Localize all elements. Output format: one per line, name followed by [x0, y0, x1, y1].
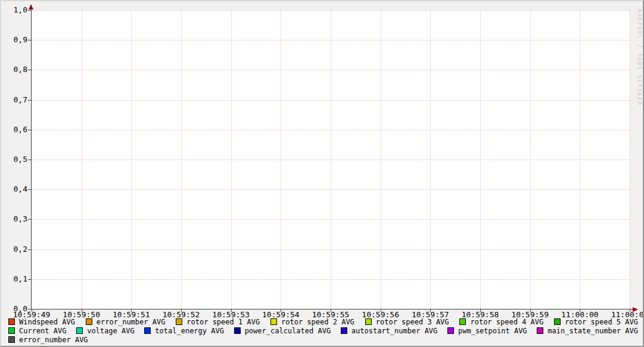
legend-label: error_number AVG [97, 318, 166, 326]
legend-item: Current AVG [8, 327, 66, 335]
legend-row: Current AVGvoltage AVGtotal_energy AVGpo… [8, 326, 638, 335]
grid-line-v [580, 10, 580, 309]
y-tick-label: 1,0 [7, 6, 27, 14]
grid-line-v [331, 10, 331, 309]
legend-label: autostart_number AVG [351, 327, 438, 335]
legend-row: Windspeed AVGerror_number AVGrotor speed… [8, 317, 638, 326]
grid-line-v [480, 10, 481, 309]
legend-item: voltage AVG [76, 327, 134, 335]
grid-line-v [281, 10, 281, 309]
legend-swatch-icon [447, 327, 454, 334]
grid-line-v [630, 10, 630, 309]
legend-swatch-icon [76, 327, 83, 334]
legend-item: autostart_number AVG [341, 327, 438, 335]
legend-label: rotor speed 4 AVG [470, 318, 543, 326]
y-tick-label: 0,8 [7, 65, 27, 74]
legend-item: error_number AVG [8, 336, 88, 344]
y-tick-label: 0,1 [7, 275, 27, 283]
legend-swatch-icon [270, 318, 277, 325]
rrdtool-watermark: RRDTOOL / TOBI OETIKER [636, 9, 642, 106]
legend-swatch-icon [554, 318, 561, 325]
y-tick-label: 0,5 [7, 155, 27, 164]
legend-item: pwm_setpoint AVG [447, 327, 527, 335]
legend-item: power_calculated AVG [234, 327, 331, 335]
legend-item: rotor speed 1 AVG [176, 318, 260, 326]
legend-item: rotor speed 4 AVG [459, 318, 543, 326]
legend-label: error_number AVG [19, 336, 88, 344]
legend-label: main_state_number AVG [547, 327, 638, 335]
legend-label: rotor speed 3 AVG [376, 318, 449, 326]
legend-swatch-icon [176, 318, 182, 325]
legend: Windspeed AVGerror_number AVGrotor speed… [8, 317, 638, 344]
legend-label: rotor speed 2 AVG [281, 318, 354, 326]
legend-item: error_number AVG [86, 318, 166, 326]
legend-label: Windspeed AVG [19, 318, 75, 326]
legend-item: rotor speed 5 AVG [554, 318, 638, 326]
legend-label: voltage AVG [87, 327, 134, 335]
legend-item: main_state_number AVG [537, 327, 638, 335]
grid-line-v [181, 10, 182, 309]
grid-line-v [131, 10, 132, 309]
y-tick-label: 0,2 [7, 245, 27, 254]
legend-swatch-icon [341, 327, 347, 334]
legend-swatch-icon [365, 318, 372, 325]
legend-swatch-icon [86, 318, 92, 325]
legend-swatch-icon [234, 327, 241, 334]
grid-line-v [530, 10, 531, 309]
legend-label: total_energy AVG [155, 327, 224, 335]
grid-line-v [430, 10, 431, 309]
x-axis-line [31, 309, 633, 310]
legend-swatch-icon [8, 318, 15, 325]
legend-swatch-icon [8, 327, 15, 334]
legend-item: rotor speed 3 AVG [365, 318, 449, 326]
legend-label: power_calculated AVG [245, 327, 331, 335]
legend-item: rotor speed 2 AVG [270, 318, 354, 326]
y-tick-label: 0,3 [7, 215, 27, 223]
y-tick-label: 0,7 [7, 96, 27, 104]
legend-label: Current AVG [19, 327, 66, 335]
rrdtool-graph-image: 1,00,90,80,70,60,50,40,30,20,10,0 10:59:… [0, 0, 644, 347]
legend-label: rotor speed 5 AVG [565, 318, 638, 326]
grid-line-v [82, 10, 82, 309]
legend-item: Windspeed AVG [8, 318, 75, 326]
grid-line-v [231, 10, 232, 309]
legend-label: rotor speed 1 AVG [186, 318, 260, 326]
legend-swatch-icon [144, 327, 151, 334]
y-axis-arrow-icon [29, 4, 33, 10]
y-axis-line [31, 7, 32, 310]
legend-label: pwm_setpoint AVG [458, 327, 527, 335]
y-tick-label: 0,4 [7, 185, 27, 193]
legend-row: error_number AVG [8, 335, 638, 344]
legend-swatch-icon [459, 318, 466, 325]
legend-item: total_energy AVG [144, 327, 224, 335]
grid-line-v [381, 10, 381, 309]
legend-swatch-icon [8, 336, 15, 343]
y-tick-label: 0,9 [7, 36, 27, 44]
legend-swatch-icon [537, 327, 543, 334]
y-tick-label: 0,6 [7, 126, 27, 134]
